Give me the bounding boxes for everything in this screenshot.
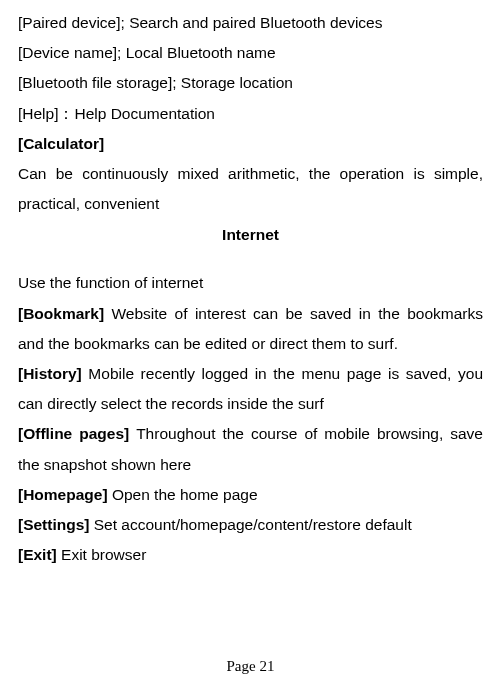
paired-device-line: [Paired device]; Search and paired Bluet… bbox=[18, 8, 483, 38]
document-content: [Paired device]; Search and paired Bluet… bbox=[18, 8, 483, 591]
history-line: [History] Mobile recently logged in the … bbox=[18, 359, 483, 419]
homepage-line: [Homepage] Open the home page bbox=[18, 480, 483, 510]
offline-pages-label: [Offline pages] bbox=[18, 425, 136, 442]
calculator-description: Can be continuously mixed arithmetic, th… bbox=[18, 159, 483, 219]
exit-label: [Exit] bbox=[18, 546, 61, 563]
offline-pages-line: [Offline pages] Throughout the course of… bbox=[18, 419, 483, 479]
homepage-label: [Homepage] bbox=[18, 486, 112, 503]
exit-line: [Exit] Exit browser bbox=[18, 540, 483, 570]
internet-intro: Use the function of internet bbox=[18, 268, 483, 298]
spacer bbox=[18, 250, 483, 269]
settings-line: [Settings] Set account/homepage/content/… bbox=[18, 510, 483, 540]
calculator-heading: [Calculator] bbox=[18, 129, 483, 159]
bookmark-label: [Bookmark] bbox=[18, 305, 112, 322]
internet-heading: Internet bbox=[18, 220, 483, 250]
history-description: Mobile recently logged in the menu page … bbox=[18, 365, 483, 412]
settings-description: Set account/homepage/content/restore def… bbox=[94, 516, 412, 533]
page-number: Page 21 bbox=[0, 652, 501, 681]
settings-label: [Settings] bbox=[18, 516, 94, 533]
exit-description: Exit browser bbox=[61, 546, 146, 563]
bluetooth-storage-line: [Bluetooth file storage]; Storage locati… bbox=[18, 68, 483, 98]
homepage-description: Open the home page bbox=[112, 486, 258, 503]
help-line: [Help]：Help Documentation bbox=[18, 99, 483, 129]
device-name-line: [Device name]; Local Bluetooth name bbox=[18, 38, 483, 68]
history-label: [History] bbox=[18, 365, 88, 382]
bookmark-line: [Bookmark] Website of interest can be sa… bbox=[18, 299, 483, 359]
